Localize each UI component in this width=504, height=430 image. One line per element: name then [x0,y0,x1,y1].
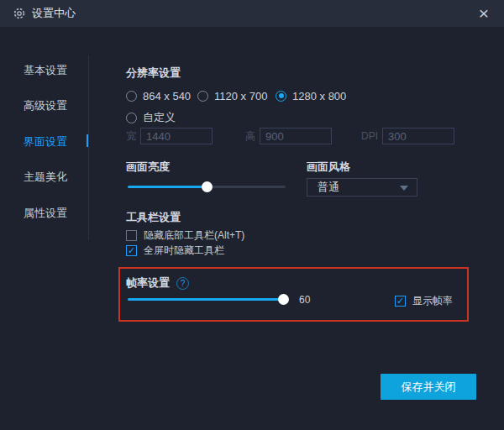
checkbox-label: 显示帧率 [412,294,453,308]
radio-option-label: 自定义 [143,110,176,125]
framerate-value: 60 [299,294,310,306]
sidebar-item-basic[interactable]: 基本设置 [24,63,87,76]
radio-icon[interactable] [276,91,286,102]
style-label: 画面风格 [307,160,350,175]
sidebar-item-label: 高级设置 [24,99,67,112]
sidebar-divider [88,55,89,240]
titlebar: 设置中心 × [0,0,504,27]
resolution-field: 高 [245,127,332,145]
resolution-field: DPI [361,127,454,145]
radio-option-label: 1280 x 800 [292,90,346,102]
radio-option-custom[interactable]: 自定义 [126,111,176,124]
close-icon[interactable]: × [474,2,494,25]
field-label: 高 [245,129,255,144]
radio-option-label: 864 x 540 [143,90,191,102]
width-input[interactable] [140,128,213,144]
sidebar-item-label: 主题美化 [24,170,67,183]
show-framerate-checkbox[interactable]: 显示帧率 [395,294,453,307]
slider-thumb[interactable] [278,294,289,305]
field-label: 宽 [126,129,136,144]
save-close-button[interactable]: 保存并关闭 [381,374,476,400]
slider-fill [128,186,207,188]
checkbox-icon[interactable] [126,230,137,241]
sidebar-item-label: 界面设置 [24,135,67,148]
settings-window: 设置中心 × 基本设置高级设置界面设置主题美化属性设置 分辨率设置 864 x … [0,0,504,430]
sidebar-item-theme[interactable]: 主题美化 [24,170,87,183]
slider-thumb[interactable] [202,181,213,192]
framerate-section: 帧率设置 ? [126,275,189,291]
brightness-slider[interactable] [128,181,286,192]
radio-icon[interactable] [197,91,208,102]
gear-icon [13,7,26,20]
slider-track[interactable] [128,298,283,301]
fullscreen-hide-toolbar-checkbox[interactable]: 全屏时隐藏工具栏 [126,244,224,257]
brightness-label: 画面亮度 [126,160,170,175]
hide-bottom-toolbar-checkbox[interactable]: 隐藏底部工具栏(Alt+T) [126,228,244,242]
resolution-field: 宽 [126,127,213,145]
window-title: 设置中心 [32,0,76,27]
sidebar-item-advanced[interactable]: 高级设置 [24,98,87,112]
sidebar-item-label: 属性设置 [24,207,67,219]
style-dropdown[interactable]: 普通 [307,178,417,197]
field-label: DPI [361,130,378,142]
radio-option-1[interactable]: 864 x 540 [126,89,191,102]
checkbox-label: 全屏时隐藏工具栏 [144,244,224,258]
height-input[interactable] [260,128,332,144]
slider-track[interactable] [128,186,286,188]
toolbar-section-title: 工具栏设置 [126,210,181,225]
radio-option-label: 1120 x 700 [214,90,267,102]
radio-icon[interactable] [126,91,137,102]
sidebar-item-label: 基本设置 [24,64,67,76]
dropdown-value: 普通 [318,181,339,193]
checkbox-icon[interactable] [126,245,137,256]
checkbox-icon[interactable] [395,296,406,307]
radio-option-2[interactable]: 1120 x 700 [197,89,267,102]
dpi-input[interactable] [382,128,454,144]
resolution-section-title: 分辨率设置 [126,66,181,81]
radio-icon[interactable] [126,113,137,123]
help-icon[interactable]: ? [176,277,189,290]
framerate-slider[interactable] [128,293,283,305]
framerate-section-title: 帧率设置 [126,275,170,291]
slider-fill [128,298,283,301]
chevron-down-icon [400,186,408,191]
checkbox-label: 隐藏底部工具栏(Alt+T) [144,228,244,243]
radio-option-3[interactable]: 1280 x 800 [276,89,346,102]
sidebar-item-property[interactable]: 属性设置 [24,206,87,219]
sidebar-item-interface[interactable]: 界面设置 [24,134,87,148]
